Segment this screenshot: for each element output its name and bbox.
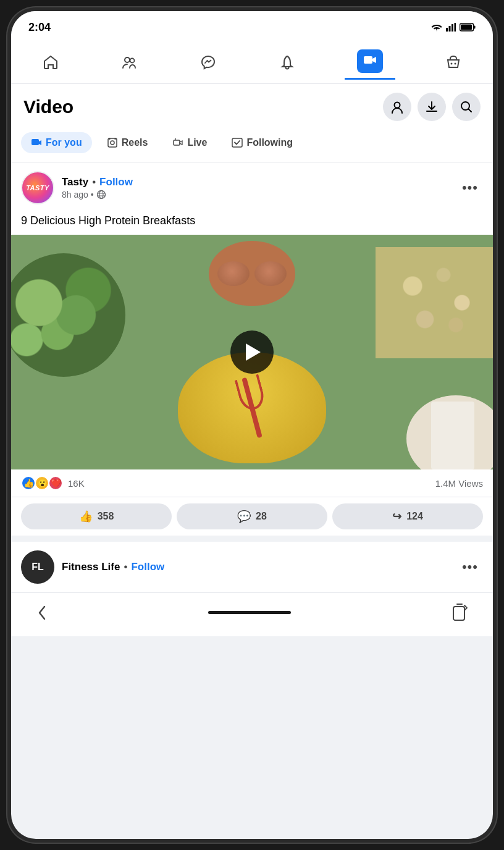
svg-rect-14 [32,139,39,145]
tab-bar: For you Reels Live [11,127,493,162]
nav-item-video[interactable] [345,44,395,80]
tab-reels[interactable]: Reels [97,132,158,153]
tab-live-label: Live [187,137,207,148]
svg-rect-0 [446,28,448,32]
search-icon [460,100,473,114]
grain-texture [376,247,493,358]
egg-2 [254,261,287,286]
tasty-avatar-text: TASTY [26,184,49,191]
share-action-button[interactable]: ↪ 124 [332,503,483,529]
author-name-row: Tasty • Follow [62,176,133,188]
signal-icon [446,23,456,32]
more-options-button-1[interactable]: ••• [457,177,483,198]
reels-tab-icon [107,137,118,148]
like-icon: 👍 [79,510,93,523]
play-button[interactable] [230,330,274,374]
tab-live[interactable]: Live [162,132,217,153]
tasty-avatar[interactable]: TASTY [21,171,54,204]
tab-for-you[interactable]: For you [21,132,92,153]
fitness-author-name-row: Fitness Life • Follow [62,561,164,573]
herb-bowl [11,253,125,377]
content-area: TASTY Tasty • Follow 8h ago • [11,162,493,592]
wow-emoji: 😮 [35,476,49,490]
profile-button[interactable] [383,93,411,121]
like-count: 358 [98,511,114,522]
post-2-author-row: FL Fitness Life • Follow [21,550,164,584]
egg-1 [217,261,250,286]
person-icon [390,100,404,114]
fitness-avatar[interactable]: FL [21,550,54,584]
svg-rect-1 [449,26,451,32]
nav-item-notifications[interactable] [266,49,308,76]
heart-emoji: ❤️ [48,476,63,490]
comment-action-button[interactable]: 💬 28 [177,503,327,529]
post-author-info: Tasty • Follow 8h ago • [62,176,133,200]
fitness-dot: • [124,561,127,573]
svg-rect-24 [453,607,464,620]
tab-reels-label: Reels [122,137,148,148]
search-button[interactable] [452,93,481,121]
post-stats-1: 👍 😮 ❤️ 16K 1.4M Views [11,469,493,497]
page-title: Video [23,96,74,117]
comment-icon: 💬 [237,510,251,523]
svg-point-8 [130,58,135,62]
tab-for-you-label: For you [46,137,82,148]
page-header: Video [11,84,493,127]
svg-rect-18 [114,138,116,140]
messenger-icon [200,54,217,71]
herb-mix-texture [11,253,125,377]
svg-rect-9 [364,56,372,64]
download-icon [425,100,439,114]
top-nav-bar [11,41,493,84]
nav-item-messenger[interactable] [187,49,229,76]
svg-rect-3 [455,23,456,32]
video-active-bg [357,49,383,73]
play-triangle-icon [246,343,261,361]
svg-rect-17 [109,138,110,140]
back-button[interactable] [23,599,61,626]
fitness-author-name: Fitness Life [62,561,120,573]
bottom-navigation [11,592,493,636]
like-action-button[interactable]: 👍 358 [21,503,172,529]
svg-rect-15 [108,138,117,147]
nav-item-marketplace[interactable] [432,49,474,76]
tab-following[interactable]: Following [222,132,303,153]
video-thumbnail-1[interactable] [11,235,493,469]
nav-item-home[interactable] [30,49,72,76]
rotate-button[interactable] [439,599,481,626]
rotate-icon [451,603,468,623]
friends-icon [120,54,138,71]
battery-icon [460,23,476,32]
follow-button-fitness[interactable]: Follow [131,561,164,573]
egg-bowl [209,241,295,306]
download-button[interactable] [418,93,446,121]
post-header-1: TASTY Tasty • Follow 8h ago • [11,162,493,213]
napkin [431,402,474,469]
status-icons [431,23,476,32]
more-options-button-2[interactable]: ••• [457,557,483,578]
svg-point-11 [455,62,456,64]
tab-following-label: Following [246,137,293,148]
header-actions [383,93,481,121]
notifications-icon [279,54,296,71]
nav-item-friends[interactable] [108,49,150,76]
author-dot: • [92,176,96,188]
post-privacy-dot: • [91,190,94,200]
post-card-2-preview: FL Fitness Life • Follow ••• [11,542,493,592]
status-time: 2:04 [28,21,51,34]
svg-point-20 [175,138,176,140]
fitness-avatar-initials: FL [32,562,44,573]
reaction-count: 16K [68,478,85,489]
comment-count: 28 [256,511,267,522]
grain-bowl [376,247,493,358]
post-card-1: TASTY Tasty • Follow 8h ago • [11,162,493,536]
author-name: Tasty [62,176,88,188]
svg-point-22 [97,191,105,199]
svg-point-23 [99,191,103,199]
phone-frame: 2:04 [11,11,493,839]
follow-button-tasty[interactable]: Follow [99,176,133,188]
globe-icon [96,190,106,200]
fitness-author-info: Fitness Life • Follow [62,561,164,573]
svg-rect-19 [174,140,180,145]
post-time: 8h ago [62,190,88,200]
